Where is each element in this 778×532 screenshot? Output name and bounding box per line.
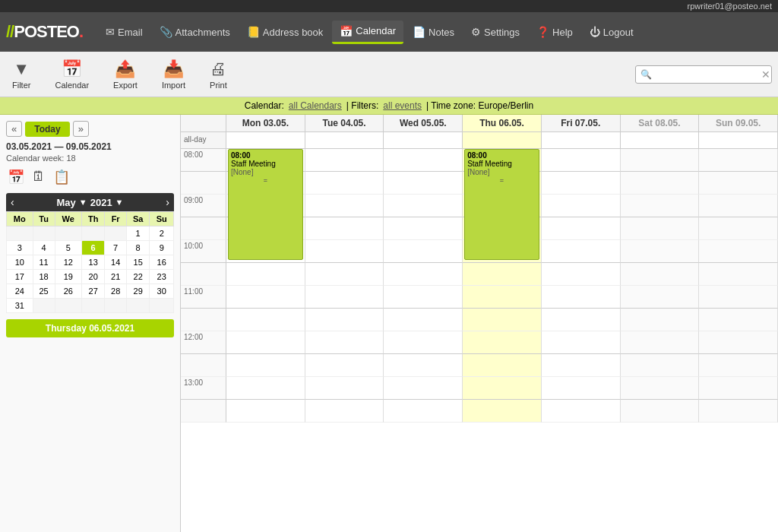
time-cell-5-5[interactable] (621, 263, 700, 286)
month-view-icon[interactable]: 📅 (6, 167, 26, 187)
mini-cal-day-31[interactable]: 31 (7, 299, 33, 313)
time-cell-3-4[interactable] (542, 217, 621, 240)
time-cell-7-0[interactable] (226, 309, 305, 331)
next-week-button[interactable]: » (73, 121, 89, 137)
print-button[interactable]: 🖨 Print (204, 56, 233, 93)
all-events-link[interactable]: all events (383, 100, 422, 111)
time-cell-4-4[interactable] (542, 240, 621, 263)
mini-cal-day-9[interactable]: 9 (150, 241, 174, 255)
time-cell-11-0[interactable] (226, 400, 305, 423)
today-button[interactable]: Today (25, 122, 69, 137)
mini-cal-day-16[interactable]: 16 (150, 255, 174, 270)
mini-cal-prev-button[interactable]: ‹ (11, 196, 14, 208)
time-cell-8-3[interactable] (463, 331, 542, 354)
filter-button[interactable]: ▼ Filter (6, 56, 36, 93)
time-cell-6-4[interactable] (542, 286, 621, 309)
import-button[interactable]: 📥 Import (156, 56, 191, 93)
mini-cal-day-15[interactable]: 15 (126, 255, 150, 270)
mini-cal-day-23[interactable]: 23 (150, 270, 174, 284)
time-cell-8-2[interactable] (384, 331, 463, 354)
mini-cal-day-19[interactable]: 19 (55, 270, 81, 284)
time-cell-6-3[interactable] (463, 286, 542, 309)
time-cell-11-5[interactable] (621, 400, 700, 423)
mini-cal-day-14[interactable]: 14 (105, 255, 127, 270)
time-cell-0-4[interactable] (542, 149, 621, 172)
nav-logout[interactable]: ⏻ Logout (582, 21, 641, 43)
time-cell-0-1[interactable] (305, 149, 384, 172)
time-cell-2-6[interactable] (699, 195, 778, 217)
nav-email[interactable]: ✉ Email (98, 21, 150, 43)
nav-calendar[interactable]: 📅 Calendar (332, 21, 403, 44)
time-cell-0-5[interactable] (621, 149, 700, 172)
time-cell-9-3[interactable] (463, 354, 542, 377)
time-cell-11-6[interactable] (699, 400, 778, 423)
export-button[interactable]: 📤 Export (107, 56, 144, 93)
mini-cal-day-24[interactable]: 24 (7, 284, 33, 299)
time-grid-container[interactable]: 08:0008:00Staff Meeting[None]=08:00Staff… (181, 149, 778, 532)
calendar-event-evt2[interactable]: 08:00Staff Meeting[None]= (464, 149, 539, 260)
time-cell-3-5[interactable] (621, 217, 700, 240)
list-view-icon[interactable]: 📋 (52, 167, 71, 187)
nav-attachments[interactable]: 📎 Attachments (152, 21, 238, 43)
time-cell-0-6[interactable] (699, 149, 778, 172)
time-cell-9-4[interactable] (542, 354, 621, 377)
mini-cal-day-1[interactable]: 1 (126, 226, 150, 241)
time-cell-3-6[interactable] (699, 217, 778, 240)
time-cell-2-2[interactable] (384, 195, 463, 217)
time-cell-10-3[interactable] (463, 377, 542, 400)
mini-cal-day-11[interactable]: 11 (33, 255, 55, 270)
time-cell-0-2[interactable] (384, 149, 463, 172)
mini-cal-day-18[interactable]: 18 (33, 270, 55, 284)
time-cell-5-0[interactable] (226, 263, 305, 286)
time-cell-6-0[interactable] (226, 286, 305, 309)
nav-notes[interactable]: 📄 Notes (405, 21, 462, 43)
time-cell-5-4[interactable] (542, 263, 621, 286)
mini-cal-day-21[interactable]: 21 (105, 270, 127, 284)
time-cell-11-1[interactable] (305, 400, 384, 423)
search-input[interactable] (655, 69, 761, 80)
time-cell-2-4[interactable] (542, 195, 621, 217)
time-cell-7-4[interactable] (542, 309, 621, 331)
time-cell-4-2[interactable] (384, 240, 463, 263)
time-cell-5-3[interactable] (463, 263, 542, 286)
mini-cal-day-22[interactable]: 22 (126, 270, 150, 284)
prev-week-button[interactable]: « (6, 121, 22, 137)
time-cell-10-4[interactable] (542, 377, 621, 400)
time-cell-11-2[interactable] (384, 400, 463, 423)
mini-cal-day-6[interactable]: 6 (81, 241, 105, 255)
time-cell-6-2[interactable] (384, 286, 463, 309)
time-cell-7-3[interactable] (463, 309, 542, 331)
time-cell-10-5[interactable] (621, 377, 700, 400)
mini-cal-next-button[interactable]: › (166, 196, 169, 208)
mini-cal-day-7[interactable]: 7 (105, 241, 127, 255)
mini-cal-day-3[interactable]: 3 (7, 241, 33, 255)
time-cell-9-5[interactable] (621, 354, 700, 377)
time-cell-1-4[interactable] (542, 172, 621, 195)
time-cell-3-1[interactable] (305, 217, 384, 240)
mini-cal-day-2[interactable]: 2 (150, 226, 174, 241)
all-calendars-link[interactable]: all Calendars (289, 100, 342, 111)
time-cell-11-3[interactable] (463, 400, 542, 423)
mini-cal-day-29[interactable]: 29 (126, 284, 150, 299)
time-cell-4-6[interactable] (699, 240, 778, 263)
calendar-event-evt1[interactable]: 08:00Staff Meeting[None]= (228, 149, 303, 260)
nav-settings[interactable]: ⚙ Settings (463, 21, 527, 43)
time-cell-11-4[interactable] (542, 400, 621, 423)
time-cell-5-6[interactable] (699, 263, 778, 286)
time-cell-10-6[interactable] (699, 377, 778, 400)
calendar-view-button[interactable]: 📅 Calendar (49, 56, 95, 93)
time-cell-0-0[interactable]: 08:00Staff Meeting[None]= (226, 149, 305, 172)
mini-cal-day-28[interactable]: 28 (105, 284, 127, 299)
time-cell-8-5[interactable] (621, 331, 700, 354)
time-cell-8-1[interactable] (305, 331, 384, 354)
time-cell-7-6[interactable] (699, 309, 778, 331)
time-cell-8-6[interactable] (699, 331, 778, 354)
mini-cal-day-10[interactable]: 10 (7, 255, 33, 270)
time-cell-6-1[interactable] (305, 286, 384, 309)
time-cell-8-0[interactable] (226, 331, 305, 354)
week-view-icon[interactable]: 🗓 (30, 167, 47, 187)
mini-cal-day-12[interactable]: 12 (55, 255, 81, 270)
time-cell-2-1[interactable] (305, 195, 384, 217)
time-cell-7-2[interactable] (384, 309, 463, 331)
time-cell-10-0[interactable] (226, 377, 305, 400)
